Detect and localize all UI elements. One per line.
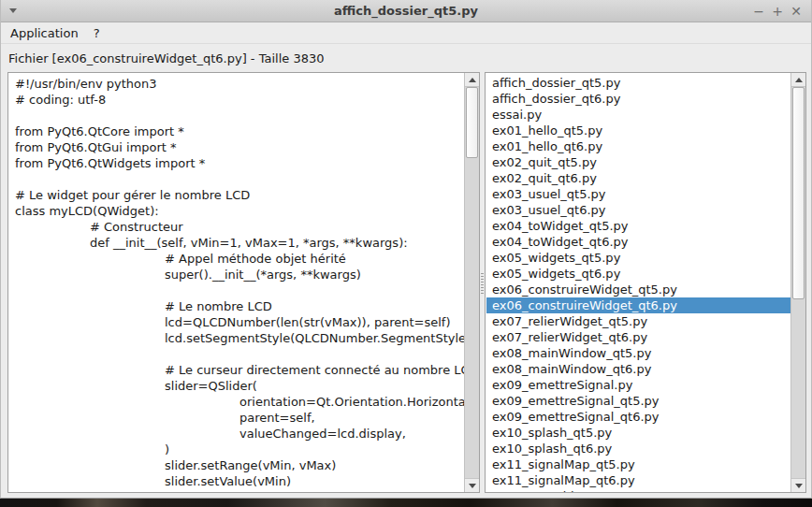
list-item[interactable]: ex08_mainWindow_qt5.py: [486, 345, 790, 361]
code-line: orientation=Qt.Orientation.Horizontal,: [15, 394, 464, 410]
arrow-up-icon: [469, 78, 476, 82]
file-list[interactable]: affich_dossier_qt5.pyaffich_dossier_qt6.…: [486, 73, 790, 492]
menu-application[interactable]: Application: [3, 22, 86, 43]
list-item-selected[interactable]: ex06_construireWidget_qt6.py: [486, 297, 790, 313]
code-line: # Le nombre LCD: [15, 298, 464, 314]
list-item[interactable]: essai.py: [486, 107, 790, 123]
window-title: affich_dossier_qt5.py: [334, 4, 478, 18]
menu-help[interactable]: ?: [86, 22, 108, 43]
scroll-up-button[interactable]: [791, 73, 805, 87]
code-line: [15, 282, 464, 298]
arrow-up-icon: [795, 78, 803, 82]
file-list-panel[interactable]: affich_dossier_qt5.pyaffich_dossier_qt6.…: [485, 72, 806, 493]
code-line: lcd=QLCDNumber(len(str(vMax)), parent=se…: [15, 314, 464, 330]
code-line: # Constructeur: [15, 219, 464, 235]
code-line: super().__init__(*args, **kwargs): [15, 267, 464, 282]
scroll-down-button[interactable]: [465, 478, 479, 492]
code-viewer-panel[interactable]: #!/usr/bin/env python3# coding: utf-8fro…: [7, 72, 480, 493]
scroll-up-button[interactable]: [465, 73, 479, 87]
scroll-down-button[interactable]: [791, 478, 805, 492]
menubar: Application ?: [1, 22, 811, 44]
code-scrollbar[interactable]: [464, 73, 479, 492]
list-item[interactable]: ex09_emettreSignal_qt6.py: [486, 409, 790, 425]
list-item[interactable]: ex10_splash_qt5.py: [486, 425, 790, 441]
list-item[interactable]: ex03_usuel_qt5.py: [486, 186, 790, 202]
file-list-scrollbar-thumb[interactable]: [792, 87, 805, 299]
minimize-button[interactable]: −: [749, 0, 768, 22]
list-item[interactable]: ex03_usuel_qt6.py: [486, 202, 790, 218]
maximize-button[interactable]: +: [768, 0, 787, 22]
list-item[interactable]: ex09_emettreSignal.py: [486, 377, 790, 393]
code-content[interactable]: #!/usr/bin/env python3# coding: utf-8fro…: [9, 73, 464, 492]
list-item[interactable]: ex10_splash_qt6.py: [486, 441, 790, 456]
arrow-down-icon: [795, 484, 803, 488]
list-item[interactable]: affich_dossier_qt5.py: [486, 75, 790, 91]
code-line: def __init__(self, vMin=1, vMax=1, *args…: [15, 235, 464, 251]
list-item[interactable]: ex09_emettreSignal_qt5.py: [486, 393, 790, 409]
code-line: from PyQt6.QtGui import *: [15, 139, 464, 155]
code-line: ): [15, 442, 464, 457]
code-line: [15, 108, 464, 123]
code-line: # Le widget pour gérer le nombre LCD: [15, 187, 464, 203]
app-window: affich_dossier_qt5.py − + ✕ Application …: [0, 0, 812, 499]
code-line: from PyQt6.QtCore import *: [15, 123, 464, 139]
code-line: lcd.setSegmentStyle(QLCDNumber.SegmentSt…: [15, 330, 464, 346]
titlebar: affich_dossier_qt5.py − + ✕: [1, 0, 811, 22]
code-line: slider.setValue(vMin): [15, 473, 464, 489]
code-line: # Pour garder la possibilité de les conn…: [15, 489, 464, 492]
close-button[interactable]: ✕: [787, 0, 805, 22]
code-scrollbar-thumb[interactable]: [466, 87, 478, 158]
code-line: [15, 171, 464, 187]
code-line: [15, 346, 464, 362]
list-item[interactable]: ex05_widgets_qt5.py: [486, 250, 790, 266]
list-item[interactable]: ex01_hello_qt5.py: [486, 123, 790, 138]
window-menu-triangle-icon[interactable]: [9, 8, 17, 13]
arrow-down-icon: [469, 484, 476, 488]
list-item[interactable]: ex11_signalMap_qt5.py: [486, 456, 790, 472]
code-line: # Appel méthode objet hérité: [15, 251, 464, 267]
list-item[interactable]: ex02_quit_qt6.py: [486, 170, 790, 186]
code-line: class myLCD(QWidget):: [15, 203, 464, 219]
list-item[interactable]: ex11_signalMap_qt6.py: [486, 472, 790, 488]
list-item[interactable]: ex06_construireWidget_qt5.py: [486, 282, 790, 297]
window-controls: − + ✕: [749, 0, 805, 22]
code-line: slider.setRange(vMin, vMax): [15, 457, 464, 473]
code-line: #!/usr/bin/env python3: [15, 76, 464, 92]
list-item[interactable]: ex02_quit_qt5.py: [486, 154, 790, 170]
list-item[interactable]: ex05_widgets_qt6.py: [486, 266, 790, 282]
file-list-scrollbar[interactable]: [790, 73, 805, 492]
code-line: from PyQt6.QtWidgets import *: [15, 155, 464, 171]
list-item[interactable]: affich_dossier_qt6.py: [486, 91, 790, 107]
code-line: valueChanged=lcd.display,: [15, 426, 464, 442]
file-info-label: Fichier [ex06_construireWidget_qt6.py] -…: [8, 51, 324, 65]
code-line: parent=self,: [15, 410, 464, 426]
code-line: # coding: utf-8: [15, 92, 464, 108]
list-item[interactable]: ex04_toWidget_qt5.py: [486, 218, 790, 234]
list-item[interactable]: ex12_stretching_qt5.py: [486, 488, 790, 492]
desktop-background: [0, 499, 812, 507]
code-line: # Le curseur directement connecté au nom…: [15, 362, 464, 378]
code-line: slider=QSlider(: [15, 378, 464, 394]
list-item[interactable]: ex08_mainWindow_qt6.py: [486, 361, 790, 377]
splitter-grip-icon: [481, 273, 484, 296]
list-item[interactable]: ex07_relierWidget_qt5.py: [486, 313, 790, 329]
list-item[interactable]: ex07_relierWidget_qt6.py: [486, 329, 790, 345]
list-item[interactable]: ex01_hello_qt6.py: [486, 138, 790, 154]
list-item[interactable]: ex04_toWidget_qt6.py: [486, 234, 790, 250]
